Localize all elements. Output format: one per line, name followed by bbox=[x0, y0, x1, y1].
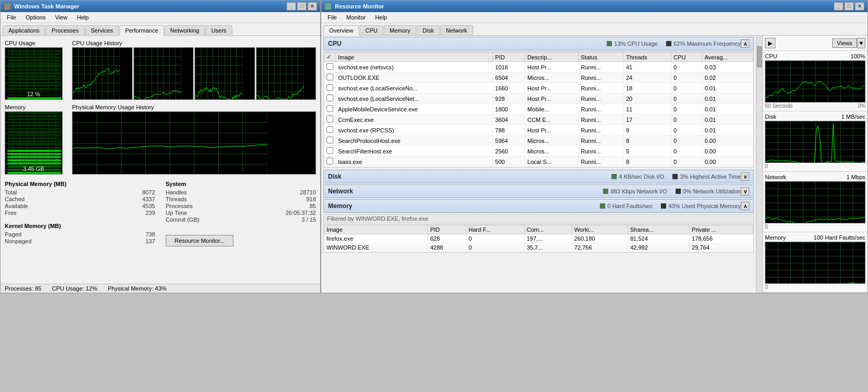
sidebar-cpu-chart bbox=[765, 60, 865, 102]
cpu-collapse-button[interactable]: ∧ bbox=[741, 39, 749, 48]
available-val: 4535 bbox=[142, 203, 155, 209]
mem-col-working: Worki... bbox=[572, 225, 628, 234]
rm-scrollbar-thumb[interactable] bbox=[757, 46, 762, 67]
cpu-row-check[interactable] bbox=[324, 94, 336, 104]
close-button[interactable]: ✕ bbox=[308, 2, 317, 11]
sidebar-cpu-title: CPU 100% bbox=[765, 53, 865, 59]
menu-help[interactable]: Help bbox=[73, 13, 93, 22]
mem-row-pid: 4288 bbox=[428, 243, 466, 252]
cpu-table-row[interactable]: svchost.exe (netsvcs) 1016 Host Pr... Ru… bbox=[324, 62, 753, 73]
memory-chart: 3.45 GB bbox=[5, 111, 63, 174]
cpu-history-chart-4 bbox=[256, 47, 316, 100]
minimize-button[interactable]: _ bbox=[287, 2, 296, 11]
sidebar-network-right: 1 Mbps bbox=[846, 174, 865, 180]
rm-menu-help[interactable]: Help bbox=[371, 13, 391, 22]
cached-label: Cached bbox=[5, 196, 25, 202]
cpu-row-check[interactable] bbox=[324, 83, 336, 94]
cpu-table-row[interactable]: svchost.exe (RPCSS) 788 Host Pr... Runni… bbox=[324, 125, 753, 136]
cpu-row-pid: 2560 bbox=[493, 146, 525, 157]
sidebar-cpu-footer-left: 60 Seconds bbox=[765, 103, 793, 109]
cpu-table-row[interactable]: lsass.exe 500 Local S... Runni... 8 0 0.… bbox=[324, 157, 753, 167]
task-manager-window-controls: _ □ ✕ bbox=[287, 2, 317, 11]
cpu-table-row[interactable]: svchost.exe (LocalServiceNet... 928 Host… bbox=[324, 94, 753, 104]
sidebar-disk-footer-right: 0 bbox=[765, 163, 768, 169]
cpu-row-descrip: Host Pr... bbox=[525, 94, 579, 104]
tab-applications[interactable]: Applications bbox=[3, 25, 45, 35]
cpu-row-threads: 8 bbox=[624, 157, 671, 167]
tab-users[interactable]: Users bbox=[206, 25, 232, 35]
disk-collapse-button[interactable]: ∨ bbox=[741, 172, 749, 181]
rm-tab-network[interactable]: Network bbox=[440, 25, 473, 35]
menu-file[interactable]: File bbox=[3, 13, 21, 22]
cpu-col-threads: Threads bbox=[624, 53, 671, 62]
menu-view[interactable]: View bbox=[51, 13, 72, 22]
mem-row-com: 197,... bbox=[524, 234, 571, 243]
rm-menu-file[interactable]: File bbox=[323, 13, 341, 22]
rm-tab-cpu[interactable]: CPU bbox=[360, 25, 383, 35]
cpu-row-avg: 0.01 bbox=[702, 83, 753, 94]
cpu-row-threads: 41 bbox=[624, 62, 671, 73]
rm-close-button[interactable]: ✕ bbox=[855, 2, 864, 11]
cpu-row-check[interactable] bbox=[324, 62, 336, 73]
cpu-row-check[interactable] bbox=[324, 136, 336, 146]
menu-options[interactable]: Options bbox=[22, 13, 50, 22]
paged-val: 738 bbox=[146, 231, 155, 238]
resource-monitor-window-controls: _ □ ✕ bbox=[834, 2, 864, 11]
nonpaged-label: Nonpaged bbox=[5, 238, 32, 244]
sidebar-nav-button[interactable]: ▶ bbox=[765, 38, 775, 48]
cpu-row-image: svchost.exe (LocalServiceNet... bbox=[336, 94, 493, 104]
resource-monitor-button[interactable]: Resource Monitor... bbox=[166, 235, 233, 246]
cpu-table-row[interactable]: CcmExec.exe 3604 CCM E... Runni... 17 0 … bbox=[324, 115, 753, 125]
cpu-table-row[interactable]: SearchFilterHost.exe 2560 Micros... Runn… bbox=[324, 146, 753, 157]
cpu-row-threads: 20 bbox=[624, 94, 671, 104]
rm-maximize-button[interactable]: □ bbox=[844, 2, 854, 11]
cpu-col-descrip: Descrip... bbox=[525, 53, 579, 62]
cpu-row-check[interactable] bbox=[324, 104, 336, 115]
memory-section-header[interactable]: Memory 0 Hard Faults/sec 43% Used Physic… bbox=[323, 199, 754, 213]
tab-performance[interactable]: Performance bbox=[119, 25, 164, 36]
tab-networking[interactable]: Networking bbox=[165, 25, 205, 35]
cpu-history-chart-3 bbox=[195, 47, 255, 100]
cpu-table-row[interactable]: svchost.exe (LocalServiceNo... 1660 Host… bbox=[324, 83, 753, 94]
tab-processes[interactable]: Processes bbox=[46, 25, 84, 35]
disk-stat-1: 4 KB/sec Disk I/O bbox=[611, 173, 664, 180]
cpu-table-row[interactable]: OUTLOOK.EXE 6504 Micros... Runni... 24 0… bbox=[324, 73, 753, 83]
cpu-col-pid: PID bbox=[493, 53, 525, 62]
cpu-row-check[interactable] bbox=[324, 157, 336, 167]
rm-scrollbar[interactable] bbox=[756, 36, 762, 293]
network-stat-2: 0% Network Utilization bbox=[676, 188, 741, 194]
cpu-table-row[interactable]: SearchProtocolHost.exe 5964 Micros... Ru… bbox=[324, 136, 753, 146]
rm-tab-overview[interactable]: Overview bbox=[323, 25, 359, 36]
cpu-table-row[interactable]: AppleMobileDeviceService.exe 1800 Mobile… bbox=[324, 104, 753, 115]
disk-stat-icon-1 bbox=[611, 174, 617, 179]
disk-section-header[interactable]: Disk 4 KB/sec Disk I/O 3% Highest Active… bbox=[323, 170, 754, 183]
rm-menu-monitor[interactable]: Monitor bbox=[342, 13, 370, 22]
rm-minimize-button[interactable]: _ bbox=[834, 2, 843, 11]
disk-stat-2: 3% Highest Active Time bbox=[672, 173, 741, 180]
network-collapse-button[interactable]: ∨ bbox=[741, 187, 749, 195]
cpu-row-avg: 0.02 bbox=[702, 73, 753, 83]
tab-services[interactable]: Services bbox=[85, 25, 119, 35]
cpu-row-pid: 1016 bbox=[493, 62, 525, 73]
views-dropdown[interactable]: ▼ bbox=[857, 38, 865, 48]
memory-collapse-button[interactable]: ∧ bbox=[741, 202, 749, 210]
task-manager-menu: File Options View Help bbox=[1, 12, 320, 23]
cpu-row-check[interactable] bbox=[324, 125, 336, 136]
cpu-row-check[interactable] bbox=[324, 115, 336, 125]
mem-row-image: firefox.exe bbox=[324, 234, 428, 243]
cpu-row-avg: 0.00 bbox=[702, 146, 753, 157]
network-section-header[interactable]: Network 883 Kbps Network I/O 0% Network … bbox=[323, 184, 754, 198]
memory-label: Memory bbox=[5, 104, 68, 110]
cpu-row-image: CcmExec.exe bbox=[336, 115, 493, 125]
resource-monitor-title: Resource Monitor bbox=[335, 3, 831, 9]
views-button[interactable]: Views bbox=[832, 38, 857, 48]
cpu-row-check[interactable] bbox=[324, 146, 336, 157]
cpu-row-check[interactable] bbox=[324, 73, 336, 83]
rm-tab-disk[interactable]: Disk bbox=[417, 25, 440, 35]
sidebar-cpu-section: CPU 100% 60 Seconds 0% bbox=[763, 51, 867, 111]
rm-sections: CPU 13% CPU Usage 62% Maximum Frequency … bbox=[321, 36, 756, 293]
maximize-button[interactable]: □ bbox=[297, 2, 307, 11]
rm-tab-memory[interactable]: Memory bbox=[384, 25, 416, 35]
cpu-section-header[interactable]: CPU 13% CPU Usage 62% Maximum Frequency … bbox=[323, 37, 754, 50]
cpu-usage-value: 12 % bbox=[5, 91, 62, 97]
